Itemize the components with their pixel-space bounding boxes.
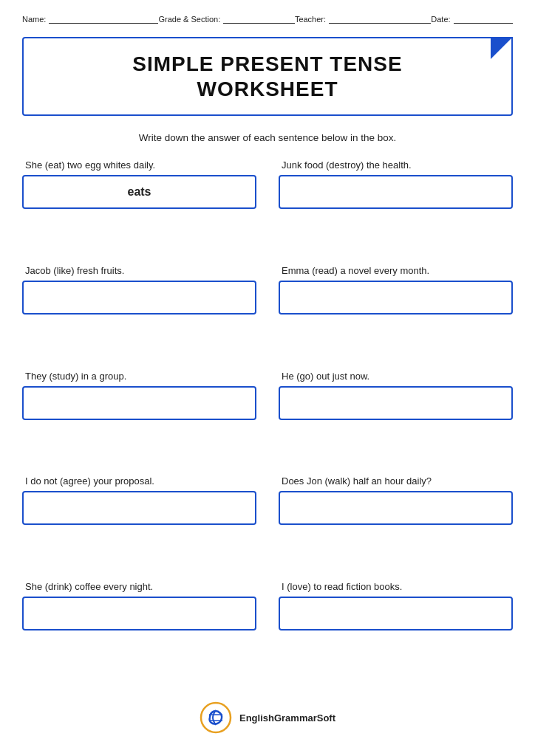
grade-field: Grade & Section: bbox=[158, 13, 294, 24]
exercise-question-8: Does Jon (walk) half an hour daily? bbox=[279, 475, 513, 487]
name-line bbox=[49, 13, 158, 24]
brand-logo bbox=[200, 701, 232, 734]
answer-box-7[interactable] bbox=[22, 491, 256, 525]
teacher-line bbox=[329, 13, 431, 24]
exercise-item-2: Junk food (destroy) the health. bbox=[279, 159, 513, 255]
teacher-label: Teacher: bbox=[295, 15, 326, 24]
grade-line bbox=[223, 13, 295, 24]
header-fields: Name: Grade & Section: Teacher: Date: bbox=[22, 13, 513, 24]
exercise-question-1: She (eat) two egg whites daily. bbox=[22, 159, 256, 171]
exercise-item-7: I do not (agree) your proposal. bbox=[22, 475, 256, 571]
date-label: Date: bbox=[431, 15, 450, 24]
name-label: Name: bbox=[22, 15, 46, 24]
teacher-field: Teacher: bbox=[295, 13, 431, 24]
exercise-question-5: They (study) in a group. bbox=[22, 371, 256, 382]
title-box: SIMPLE PRESENT TENSE WORKSHEET bbox=[22, 37, 513, 116]
answer-box-10[interactable] bbox=[279, 597, 513, 630]
worksheet-page: Name: Grade & Section: Teacher: Date: SI… bbox=[0, 0, 535, 756]
exercise-item-1: She (eat) two egg whites daily.eats bbox=[22, 159, 256, 255]
exercise-question-6: He (go) out just now. bbox=[279, 371, 513, 382]
title-line2: WORKSHEET bbox=[197, 78, 338, 100]
exercise-item-4: Emma (read) a novel every month. bbox=[279, 265, 513, 360]
exercise-question-9: She (drink) coffee every night. bbox=[22, 581, 256, 592]
date-line bbox=[454, 13, 513, 24]
footer: EnglishGrammarSoft bbox=[22, 701, 513, 741]
answer-box-4[interactable] bbox=[279, 281, 513, 315]
corner-fold-decoration bbox=[491, 38, 511, 59]
name-field: Name: bbox=[22, 13, 158, 24]
answer-box-2[interactable] bbox=[279, 175, 513, 209]
exercise-item-10: I (love) to read fiction books. bbox=[279, 581, 513, 676]
answer-box-9[interactable] bbox=[22, 597, 256, 630]
answer-box-3[interactable] bbox=[22, 281, 256, 315]
exercise-question-2: Junk food (destroy) the health. bbox=[279, 159, 513, 171]
answer-box-5[interactable] bbox=[22, 386, 256, 420]
exercise-item-8: Does Jon (walk) half an hour daily? bbox=[279, 475, 513, 571]
answer-box-1[interactable]: eats bbox=[22, 175, 256, 209]
exercise-question-4: Emma (read) a novel every month. bbox=[279, 265, 513, 276]
brand-name: EnglishGrammarSoft bbox=[239, 712, 335, 724]
exercise-question-7: I do not (agree) your proposal. bbox=[22, 475, 256, 487]
date-field: Date: bbox=[431, 13, 513, 24]
exercise-grid: She (eat) two egg whites daily.eatsJunk … bbox=[22, 159, 513, 687]
grade-label: Grade & Section: bbox=[158, 15, 220, 24]
answer-box-8[interactable] bbox=[279, 491, 513, 525]
exercise-item-6: He (go) out just now. bbox=[279, 371, 513, 466]
svg-point-0 bbox=[201, 703, 231, 732]
exercise-item-9: She (drink) coffee every night. bbox=[22, 581, 256, 676]
exercise-item-3: Jacob (like) fresh fruits. bbox=[22, 265, 256, 360]
title-text: SIMPLE PRESENT TENSE WORKSHEET bbox=[46, 52, 489, 101]
answer-box-6[interactable] bbox=[279, 386, 513, 420]
instruction-text: Write down the answer of each sentence b… bbox=[22, 132, 513, 143]
title-line1: SIMPLE PRESENT TENSE bbox=[132, 52, 402, 75]
exercise-item-5: They (study) in a group. bbox=[22, 371, 256, 466]
exercise-question-3: Jacob (like) fresh fruits. bbox=[22, 265, 256, 276]
exercise-question-10: I (love) to read fiction books. bbox=[279, 581, 513, 592]
